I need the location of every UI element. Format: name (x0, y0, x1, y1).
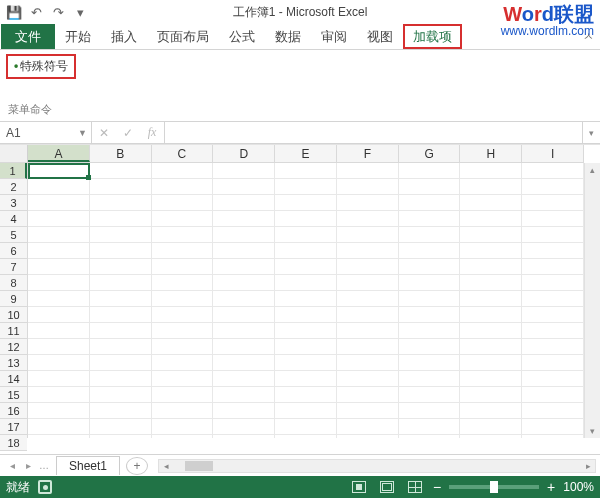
sheet-nav-next-icon[interactable]: ▸ (20, 460, 36, 471)
tab-view[interactable]: 视图 (357, 24, 403, 49)
redo-icon[interactable]: ↷ (48, 2, 68, 22)
column-header[interactable]: A (28, 145, 90, 162)
tab-file[interactable]: 文件 (1, 24, 55, 49)
zoom-slider[interactable] (449, 485, 539, 489)
enter-icon[interactable]: ✓ (116, 126, 140, 140)
add-sheet-button[interactable]: + (126, 457, 148, 475)
active-cell[interactable] (28, 163, 90, 179)
select-all-corner[interactable] (0, 145, 28, 163)
name-box[interactable]: A1 ▼ (0, 122, 92, 143)
vertical-scrollbar[interactable]: ▴ ▾ (584, 163, 600, 438)
tab-data[interactable]: 数据 (265, 24, 311, 49)
special-symbol-button[interactable]: •特殊符号 (6, 54, 76, 79)
formula-bar: A1 ▼ ✕ ✓ fx ▾ (0, 122, 600, 144)
sheet-nav-buttons: ◂ ▸ … (0, 460, 52, 471)
column-header[interactable]: E (275, 145, 337, 162)
row-header[interactable]: 2 (0, 179, 27, 195)
tab-page-layout[interactable]: 页面布局 (147, 24, 219, 49)
row-header[interactable]: 8 (0, 275, 27, 291)
row-header[interactable]: 3 (0, 195, 27, 211)
cell-area[interactable] (28, 163, 584, 438)
name-box-value: A1 (6, 126, 21, 140)
scroll-down-icon[interactable]: ▾ (590, 424, 595, 438)
spreadsheet-grid: A B C D E F G H I 1 2 3 4 5 6 7 8 9 10 1… (0, 144, 600, 454)
name-box-dropdown-icon[interactable]: ▼ (78, 128, 87, 138)
scroll-thumb[interactable] (185, 461, 213, 471)
row-header[interactable]: 4 (0, 211, 27, 227)
row-header[interactable]: 13 (0, 355, 27, 371)
sheet-nav-dots-icon[interactable]: … (36, 460, 52, 471)
zoom-out-button[interactable]: − (433, 479, 441, 495)
status-ready: 就绪 (6, 479, 30, 496)
formula-input[interactable] (165, 122, 582, 143)
undo-icon[interactable]: ↶ (26, 2, 46, 22)
sheet-nav-prev-icon[interactable]: ◂ (4, 460, 20, 471)
ribbon-collapse-icon[interactable]: ㅅ (583, 24, 594, 49)
row-header[interactable]: 7 (0, 259, 27, 275)
row-header[interactable]: 12 (0, 339, 27, 355)
column-header[interactable]: D (213, 145, 275, 162)
tab-formulas[interactable]: 公式 (219, 24, 265, 49)
tab-insert[interactable]: 插入 (101, 24, 147, 49)
watermark-logo: Word联盟 (503, 1, 594, 28)
special-symbol-label: 特殊符号 (20, 59, 68, 73)
status-right: − + 100% (349, 478, 594, 496)
zoom-value[interactable]: 100% (563, 480, 594, 494)
horizontal-scrollbar[interactable]: ◂ ▸ (158, 459, 596, 473)
scroll-right-icon[interactable]: ▸ (581, 461, 595, 471)
view-page-break-icon[interactable] (405, 478, 425, 496)
ribbon-tabs: 文件 开始 插入 页面布局 公式 数据 审阅 视图 加载项 ㅅ (0, 24, 600, 50)
column-header[interactable]: H (460, 145, 522, 162)
macro-record-icon[interactable] (38, 480, 52, 494)
row-header[interactable]: 6 (0, 243, 27, 259)
title-bar: 💾 ↶ ↷ ▾ 工作簿1 - Microsoft Excel Word联盟 (0, 0, 600, 24)
tab-home[interactable]: 开始 (55, 24, 101, 49)
cancel-icon[interactable]: ✕ (92, 126, 116, 140)
column-header[interactable]: F (337, 145, 399, 162)
row-header[interactable]: 18 (0, 435, 27, 451)
save-icon[interactable]: 💾 (4, 2, 24, 22)
formula-buttons: ✕ ✓ fx (92, 122, 165, 143)
row-header[interactable]: 15 (0, 387, 27, 403)
row-header[interactable]: 1 (0, 163, 27, 179)
view-normal-icon[interactable] (349, 478, 369, 496)
tab-review[interactable]: 审阅 (311, 24, 357, 49)
qat-dropdown-icon[interactable]: ▾ (70, 2, 90, 22)
sheet-tab-sheet1[interactable]: Sheet1 (56, 456, 120, 475)
column-headers: A B C D E F G H I (28, 145, 584, 163)
ribbon-group-label: 菜单命令 (8, 102, 52, 117)
row-header[interactable]: 16 (0, 403, 27, 419)
row-headers: 1 2 3 4 5 6 7 8 9 10 11 12 13 14 15 16 1… (0, 163, 28, 438)
scroll-left-icon[interactable]: ◂ (159, 461, 173, 471)
zoom-thumb[interactable] (490, 481, 498, 493)
row-header[interactable]: 17 (0, 419, 27, 435)
scroll-up-icon[interactable]: ▴ (590, 163, 595, 177)
formula-expand-icon[interactable]: ▾ (582, 122, 600, 143)
column-header[interactable]: I (522, 145, 584, 162)
row-header[interactable]: 9 (0, 291, 27, 307)
row-header[interactable]: 11 (0, 323, 27, 339)
ribbon-panel: •特殊符号 菜单命令 (0, 50, 600, 122)
fx-icon[interactable]: fx (140, 125, 164, 140)
tab-addins[interactable]: 加载项 (403, 24, 462, 49)
row-header[interactable]: 5 (0, 227, 27, 243)
view-page-layout-icon[interactable] (377, 478, 397, 496)
column-header[interactable]: G (399, 145, 461, 162)
zoom-in-button[interactable]: + (547, 479, 555, 495)
window-title: 工作簿1 - Microsoft Excel (0, 4, 600, 21)
bullet-icon: • (14, 59, 18, 73)
status-bar: 就绪 − + 100% (0, 476, 600, 498)
row-header[interactable]: 14 (0, 371, 27, 387)
column-header[interactable]: C (152, 145, 214, 162)
sheet-tab-bar: ◂ ▸ … Sheet1 + ◂ ▸ (0, 454, 600, 476)
row-header[interactable]: 10 (0, 307, 27, 323)
quick-access-toolbar: 💾 ↶ ↷ ▾ (0, 2, 90, 22)
column-header[interactable]: B (90, 145, 152, 162)
